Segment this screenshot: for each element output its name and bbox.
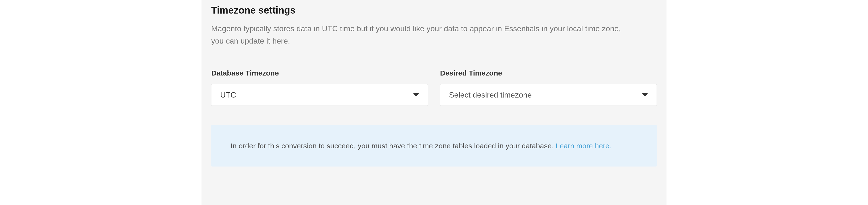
database-timezone-field: Database Timezone UTC: [211, 69, 428, 106]
info-text: In order for this conversion to succeed,…: [230, 140, 638, 152]
chevron-down-icon: [642, 93, 648, 97]
fields-row: Database Timezone UTC Desired Timezone S…: [211, 69, 657, 106]
database-timezone-value: UTC: [220, 91, 413, 100]
section-title: Timezone settings: [211, 5, 657, 16]
desired-timezone-select[interactable]: Select desired timezone: [440, 84, 657, 106]
database-timezone-label: Database Timezone: [211, 69, 428, 77]
timezone-settings-panel: Timezone settings Magento typically stor…: [202, 0, 666, 205]
section-description: Magento typically stores data in UTC tim…: [211, 23, 632, 47]
info-banner: In order for this conversion to succeed,…: [211, 125, 657, 167]
desired-timezone-label: Desired Timezone: [440, 69, 657, 77]
chevron-down-icon: [413, 93, 419, 97]
desired-timezone-field: Desired Timezone Select desired timezone: [440, 69, 657, 106]
info-message: In order for this conversion to succeed,…: [230, 142, 556, 150]
desired-timezone-placeholder: Select desired timezone: [449, 91, 642, 100]
learn-more-link[interactable]: Learn more here.: [556, 142, 611, 150]
database-timezone-select[interactable]: UTC: [211, 84, 428, 106]
